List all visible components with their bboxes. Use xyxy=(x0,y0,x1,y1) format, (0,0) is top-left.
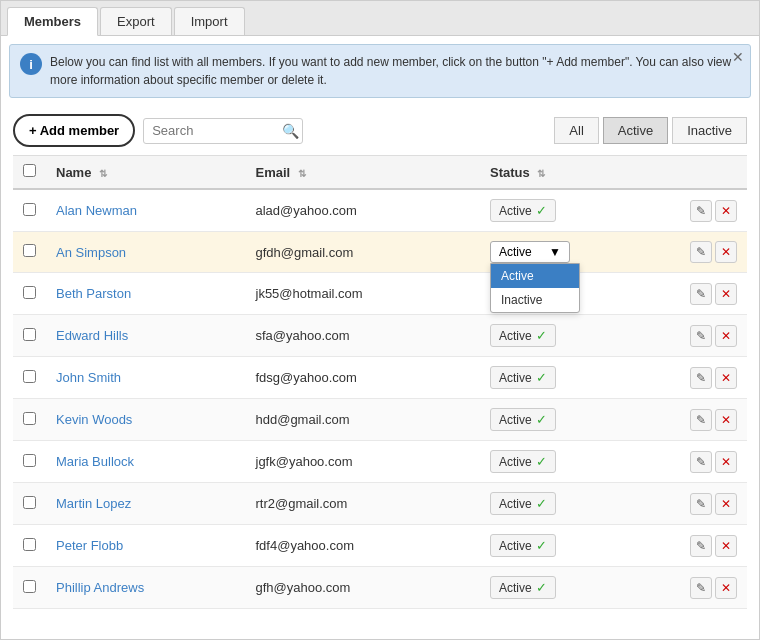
table-row: Beth Parstonjk55@hotmail.com Active ✓ ✎ … xyxy=(13,273,747,315)
dropdown-arrow-icon: ▼ xyxy=(549,245,561,259)
member-name-cell: Kevin Woods xyxy=(46,399,246,441)
action-buttons: ✎ ✕ xyxy=(690,493,737,515)
status-check-icon: ✓ xyxy=(536,328,547,343)
table-header-row: Name ⇅ Email ⇅ Status ⇅ xyxy=(13,156,747,190)
edit-button[interactable]: ✎ xyxy=(690,409,712,431)
row-checkbox[interactable] xyxy=(23,203,36,216)
edit-button[interactable]: ✎ xyxy=(690,535,712,557)
member-name-cell: Alan Newman xyxy=(46,189,246,232)
member-status-cell: Active ✓ xyxy=(480,357,680,399)
status-dropdown-button[interactable]: Active ▼ xyxy=(490,241,570,263)
member-name-cell: Peter Flobb xyxy=(46,525,246,567)
row-checkbox[interactable] xyxy=(23,412,36,425)
row-checkbox[interactable] xyxy=(23,454,36,467)
member-email-cell: hdd@gmail.com xyxy=(246,399,481,441)
member-name-link[interactable]: Phillip Andrews xyxy=(56,580,144,595)
member-name-link[interactable]: Edward Hills xyxy=(56,328,128,343)
member-name-link[interactable]: Martin Lopez xyxy=(56,496,131,511)
filter-inactive-button[interactable]: Inactive xyxy=(672,117,747,144)
tab-export[interactable]: Export xyxy=(100,7,172,35)
edit-button[interactable]: ✎ xyxy=(690,367,712,389)
member-name-cell: An Simpson xyxy=(46,232,246,273)
member-name-link[interactable]: John Smith xyxy=(56,370,121,385)
delete-button[interactable]: ✕ xyxy=(715,325,737,347)
edit-button[interactable]: ✎ xyxy=(690,325,712,347)
action-buttons: ✎ ✕ xyxy=(690,283,737,305)
edit-button[interactable]: ✎ xyxy=(690,493,712,515)
row-checkbox[interactable] xyxy=(23,370,36,383)
status-badge: Active ✓ xyxy=(490,450,556,473)
delete-button[interactable]: ✕ xyxy=(715,409,737,431)
tabs-container: Members Export Import xyxy=(1,1,759,36)
info-close-button[interactable]: ✕ xyxy=(732,49,744,65)
search-input[interactable] xyxy=(152,123,282,138)
dropdown-option-inactive[interactable]: Inactive xyxy=(491,288,579,312)
delete-button[interactable]: ✕ xyxy=(715,200,737,222)
action-buttons: ✎ ✕ xyxy=(690,241,737,263)
member-name-cell: Beth Parston xyxy=(46,273,246,315)
delete-button[interactable]: ✕ xyxy=(715,577,737,599)
member-email-cell: jgfk@yahoo.com xyxy=(246,441,481,483)
toolbar-right: All Active Inactive xyxy=(554,117,747,144)
row-checkbox[interactable] xyxy=(23,328,36,341)
member-name-link[interactable]: Maria Bullock xyxy=(56,454,134,469)
member-actions-cell: ✎ ✕ xyxy=(680,399,747,441)
status-check-icon: ✓ xyxy=(536,412,547,427)
delete-button[interactable]: ✕ xyxy=(715,451,737,473)
edit-button[interactable]: ✎ xyxy=(690,241,712,263)
member-name-link[interactable]: Kevin Woods xyxy=(56,412,132,427)
member-actions-cell: ✎ ✕ xyxy=(680,525,747,567)
row-checkbox[interactable] xyxy=(23,286,36,299)
add-member-button[interactable]: + Add member xyxy=(13,114,135,147)
row-checkbox[interactable] xyxy=(23,244,36,257)
member-status-cell: Active ✓ xyxy=(480,567,680,609)
member-actions-cell: ✎ ✕ xyxy=(680,483,747,525)
row-checkbox[interactable] xyxy=(23,580,36,593)
member-email-cell: jk55@hotmail.com xyxy=(246,273,481,315)
info-icon: i xyxy=(20,53,42,75)
delete-button[interactable]: ✕ xyxy=(715,493,737,515)
action-buttons: ✎ ✕ xyxy=(690,200,737,222)
delete-button[interactable]: ✕ xyxy=(715,241,737,263)
name-sort-icon[interactable]: ⇅ xyxy=(99,168,107,179)
status-badge: Active ✓ xyxy=(490,199,556,222)
status-badge: Active ✓ xyxy=(490,366,556,389)
status-badge: Active ✓ xyxy=(490,492,556,515)
status-label: Active xyxy=(499,371,532,385)
select-all-checkbox[interactable] xyxy=(23,164,36,177)
status-label: Active xyxy=(499,581,532,595)
member-name-link[interactable]: Beth Parston xyxy=(56,286,131,301)
edit-button[interactable]: ✎ xyxy=(690,283,712,305)
table-row: Phillip Andrewsgfh@yahoo.com Active ✓ ✎ … xyxy=(13,567,747,609)
edit-button[interactable]: ✎ xyxy=(690,200,712,222)
edit-button[interactable]: ✎ xyxy=(690,451,712,473)
filter-active-button[interactable]: Active xyxy=(603,117,668,144)
status-sort-icon[interactable]: ⇅ xyxy=(537,168,545,179)
toolbar-left: + Add member 🔍 xyxy=(13,114,303,147)
tab-import[interactable]: Import xyxy=(174,7,245,35)
member-name-link[interactable]: An Simpson xyxy=(56,245,126,260)
filter-all-button[interactable]: All xyxy=(554,117,598,144)
delete-button[interactable]: ✕ xyxy=(715,367,737,389)
member-status-cell: Active ✓ xyxy=(480,525,680,567)
email-sort-icon[interactable]: ⇅ xyxy=(298,168,306,179)
search-icon: 🔍 xyxy=(282,123,299,139)
dropdown-option-active[interactable]: Active xyxy=(491,264,579,288)
tab-members[interactable]: Members xyxy=(7,7,98,36)
member-actions-cell: ✎ ✕ xyxy=(680,273,747,315)
member-status-cell: Active ✓ xyxy=(480,483,680,525)
member-name-link[interactable]: Alan Newman xyxy=(56,203,137,218)
members-table-wrapper: Name ⇅ Email ⇅ Status ⇅ Alan Newmana xyxy=(1,155,759,621)
status-label: Active xyxy=(499,204,532,218)
delete-button[interactable]: ✕ xyxy=(715,283,737,305)
member-email-cell: fdf4@yahoo.com xyxy=(246,525,481,567)
delete-button[interactable]: ✕ xyxy=(715,535,737,557)
header-email: Email ⇅ xyxy=(246,156,481,190)
edit-button[interactable]: ✎ xyxy=(690,577,712,599)
action-buttons: ✎ ✕ xyxy=(690,451,737,473)
row-checkbox[interactable] xyxy=(23,538,36,551)
action-buttons: ✎ ✕ xyxy=(690,409,737,431)
member-name-link[interactable]: Peter Flobb xyxy=(56,538,123,553)
action-buttons: ✎ ✕ xyxy=(690,535,737,557)
row-checkbox[interactable] xyxy=(23,496,36,509)
